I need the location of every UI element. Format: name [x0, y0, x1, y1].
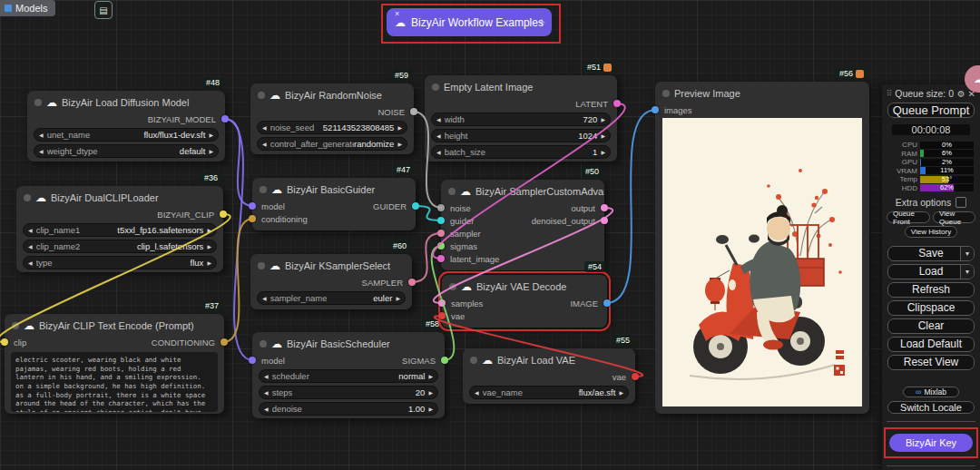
widget-weight-dtype[interactable]: ◀weight_dtypedefault▶: [34, 144, 219, 158]
collapse-dot[interactable]: [448, 188, 456, 195]
node-bizyair-basicscheduler[interactable]: #58☁BizyAir BasicSchedulermodelSIGMAS◀sc…: [252, 332, 445, 418]
bizyair-key-button[interactable]: BizyAir Key: [889, 434, 973, 452]
node-bizyair-vae-decode[interactable]: #54☁BizyAir VAE DecodesamplesIMAGEvae: [442, 275, 607, 328]
prompt-textarea[interactable]: electric scooter, wearing black and whit…: [11, 352, 218, 412]
collapse-dot[interactable]: [449, 283, 456, 290]
node-bizyair-basicguider[interactable]: #47☁BizyAir BasicGuidermodelGUIDERcondit…: [252, 178, 416, 230]
increment-icon[interactable]: ▶: [428, 389, 433, 396]
decrement-icon[interactable]: ◀: [28, 259, 33, 266]
output-slot-guider[interactable]: [412, 202, 419, 210]
load-default-button[interactable]: Load Default: [887, 337, 975, 352]
node-bizyair-clip-text-encode-prompt[interactable]: #37☁BizyAir CLIP Text Encode (Prompt)cli…: [5, 314, 224, 414]
decrement-icon[interactable]: ◀: [262, 141, 267, 147]
collapse-dot[interactable]: [470, 357, 477, 364]
output-slot-output[interactable]: [601, 204, 608, 211]
input-slot-noise[interactable]: [437, 204, 445, 211]
widget-scheduler[interactable]: ◀schedulernormal▶: [259, 369, 438, 383]
widget-batch-size[interactable]: ◀batch_size1▶: [431, 145, 611, 159]
widget-unet-name[interactable]: ◀unet_nameflux/flux1-dev.sft▶: [34, 128, 219, 142]
collapse-dot[interactable]: [432, 83, 439, 91]
collapse-dot[interactable]: [260, 186, 267, 193]
widget-vae-name[interactable]: ◀vae_nameflux/ae.sft▶: [469, 386, 629, 399]
view-history-button[interactable]: View History: [905, 226, 957, 238]
drag-handle-icon[interactable]: ⠿: [887, 89, 892, 98]
increment-icon[interactable]: ▶: [207, 227, 211, 233]
decrement-icon[interactable]: ◀: [262, 124, 267, 131]
widget-noise-seed[interactable]: ◀noise_seed521143523808485▶: [257, 121, 407, 134]
decrement-icon[interactable]: ◀: [436, 116, 441, 122]
increment-icon[interactable]: ▶: [397, 124, 402, 131]
node-bizyair-samplercustomadvanced[interactable]: #50☁BizyAir SamplerCustomAdvancednoiseou…: [441, 180, 604, 270]
refresh-button[interactable]: Refresh: [887, 282, 975, 298]
increment-icon[interactable]: ▶: [428, 373, 433, 379]
workflow-examples-button[interactable]: × ☁ BizyAir Workflow Examples +: [387, 8, 552, 36]
collapse-dot[interactable]: [12, 322, 19, 329]
output-slot-latent[interactable]: [613, 100, 621, 107]
node-bizyair-load-vae[interactable]: #55☁BizyAir Load VAEvae◀vae_nameflux/ae.…: [463, 348, 635, 404]
clipboard-button[interactable]: ▤: [94, 1, 113, 19]
decrement-icon[interactable]: ◀: [39, 148, 44, 154]
decrement-icon[interactable]: ◀: [475, 389, 479, 396]
models-button[interactable]: Models: [0, 0, 55, 16]
view-queue-button[interactable]: View Queue: [933, 211, 975, 223]
input-slot-latent-image[interactable]: [437, 255, 445, 262]
increment-icon[interactable]: ▶: [209, 148, 213, 154]
decrement-icon[interactable]: ◀: [264, 389, 269, 396]
collapse-dot[interactable]: [24, 194, 31, 201]
collapse-dot[interactable]: [258, 92, 265, 99]
increment-icon[interactable]: ▶: [207, 243, 211, 250]
clear-button[interactable]: Clear: [887, 318, 975, 334]
input-slot-model[interactable]: [249, 202, 256, 210]
widget-height[interactable]: ◀height1024▶: [431, 129, 611, 142]
decrement-icon[interactable]: ◀: [39, 132, 44, 138]
switch-locale-button[interactable]: Switch Locale: [887, 401, 975, 414]
decrement-icon[interactable]: ◀: [28, 227, 33, 233]
output-slot-conditioning[interactable]: [220, 338, 228, 346]
input-slot-guider[interactable]: [437, 217, 445, 224]
widget-steps[interactable]: ◀steps20▶: [259, 386, 438, 399]
decrement-icon[interactable]: ◀: [436, 132, 441, 139]
input-slot-conditioning[interactable]: [249, 215, 256, 222]
input-slot-clip[interactable]: [1, 338, 8, 346]
output-slot-sampler[interactable]: [408, 279, 416, 286]
node-bizyair-ksamplerselect[interactable]: #60☁BizyAir KSamplerSelectSAMPLER◀sample…: [250, 254, 412, 309]
output-slot-bizyair-model[interactable]: [221, 115, 229, 122]
increment-icon[interactable]: ▶: [428, 406, 433, 412]
reset-view-button[interactable]: Reset View: [887, 355, 975, 370]
widget-sampler-name[interactable]: ◀sampler_nameeuler▶: [257, 291, 406, 305]
output-slot-noise[interactable]: [410, 108, 417, 115]
plus-icon[interactable]: +: [538, 15, 545, 29]
decrement-icon[interactable]: ◀: [28, 243, 33, 250]
output-slot-bizyair-clip[interactable]: [220, 211, 227, 218]
widget-clip-name1[interactable]: ◀clip_name1t5xxl_fp16.safetensors▶: [23, 223, 217, 237]
decrement-icon[interactable]: ◀: [262, 295, 267, 301]
gear-icon[interactable]: ⚙: [957, 89, 965, 99]
increment-icon[interactable]: ▶: [601, 132, 605, 139]
output-slot-sigmas[interactable]: [441, 357, 448, 364]
output-slot-denoised-output[interactable]: [601, 217, 608, 224]
load-button[interactable]: Load▼: [887, 264, 975, 279]
input-slot-images[interactable]: [652, 106, 659, 113]
decrement-icon[interactable]: ◀: [436, 149, 441, 155]
widget-control-after-generate[interactable]: ◀control_after_generaterandomize▶: [257, 137, 407, 151]
decrement-icon[interactable]: ◀: [264, 373, 269, 379]
chevron-down-icon[interactable]: ▼: [960, 247, 974, 260]
clipspace-button[interactable]: Clipspace: [887, 300, 975, 316]
increment-icon[interactable]: ▶: [397, 141, 402, 147]
node-preview-image[interactable]: #56Preview Imageimages: [655, 82, 869, 414]
queue-front-button[interactable]: Queue Front: [887, 211, 930, 223]
comfyui-canvas[interactable]: Models ▤ × ☁ BizyAir Workflow Examples +…: [0, 0, 980, 470]
increment-icon[interactable]: ▶: [396, 295, 400, 301]
output-slot-vae[interactable]: [632, 373, 639, 380]
node-bizyair-load-diffusion-model[interactable]: #48☁BizyAir Load Diffusion ModelBIZYAIR_…: [27, 91, 225, 162]
collapse-dot[interactable]: [662, 90, 670, 97]
mixlab-button[interactable]: ∞ Mixlab: [903, 387, 959, 397]
input-slot-model[interactable]: [249, 357, 256, 364]
input-slot-sampler[interactable]: [437, 230, 445, 237]
input-slot-vae[interactable]: [438, 312, 446, 319]
queue-prompt-button[interactable]: Queue Prompt: [887, 103, 975, 118]
widget-type[interactable]: ◀typeflux▶: [23, 256, 217, 269]
increment-icon[interactable]: ▶: [601, 116, 605, 122]
collapse-dot[interactable]: [258, 262, 265, 269]
widget-width[interactable]: ◀width720▶: [431, 113, 611, 126]
